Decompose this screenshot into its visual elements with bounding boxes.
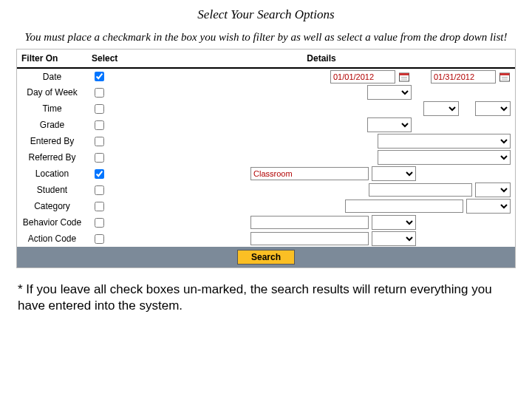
col-select: Select (87, 50, 128, 68)
input-category[interactable] (345, 200, 463, 213)
check-day-of-week[interactable] (95, 88, 104, 98)
label-time: Time (17, 100, 87, 117)
check-location[interactable] (95, 169, 104, 179)
select-referred-by[interactable] (378, 150, 511, 165)
check-student[interactable] (95, 185, 104, 195)
input-location[interactable] (250, 167, 369, 180)
label-location: Location (17, 166, 87, 182)
select-entered-by[interactable] (378, 134, 511, 149)
label-action-code: Action Code (17, 231, 87, 247)
label-entered-by: Entered By (17, 133, 87, 149)
filter-table: Filter On Select Details Date (17, 50, 515, 247)
search-bar: Search (17, 247, 515, 267)
col-details: Details (128, 50, 515, 68)
input-behavior-code[interactable] (250, 216, 369, 229)
check-grade[interactable] (95, 120, 104, 130)
check-behavior-code[interactable] (95, 218, 104, 228)
row-time: Time (17, 100, 515, 117)
row-action-code: Action Code (17, 231, 515, 247)
page-title: Select Your Search Options (15, 7, 517, 22)
select-action-code[interactable] (372, 231, 416, 246)
col-filter-on: Filter On (17, 50, 87, 68)
row-category: Category (17, 198, 515, 214)
row-referred-by: Referred By (17, 149, 515, 166)
label-day-of-week: Day of Week (17, 84, 87, 100)
select-category[interactable] (466, 199, 511, 214)
calendar-icon[interactable] (398, 71, 410, 83)
date-from-input[interactable] (330, 70, 395, 83)
check-action-code[interactable] (95, 234, 104, 244)
input-action-code[interactable] (250, 232, 369, 245)
filter-panel: Filter On Select Details Date (16, 49, 516, 268)
svg-rect-5 (500, 73, 510, 75)
select-behavior-code[interactable] (372, 215, 416, 230)
check-entered-by[interactable] (95, 137, 104, 146)
select-day-of-week[interactable] (367, 85, 412, 100)
select-location[interactable] (372, 166, 416, 181)
row-entered-by: Entered By (17, 133, 515, 149)
label-student: Student (17, 182, 87, 198)
check-referred-by[interactable] (95, 153, 104, 163)
calendar-icon[interactable] (499, 71, 511, 83)
search-button[interactable]: Search (237, 250, 295, 265)
label-category: Category (17, 198, 87, 214)
select-student[interactable] (475, 183, 511, 197)
check-date[interactable] (95, 72, 104, 81)
row-location: Location (17, 166, 515, 182)
select-time-to[interactable] (475, 101, 511, 116)
date-to-input[interactable] (431, 70, 496, 83)
check-time[interactable] (95, 104, 104, 114)
label-behavior-code: Behavior Code (17, 214, 87, 231)
label-referred-by: Referred By (17, 149, 87, 166)
row-day-of-week: Day of Week (17, 84, 515, 100)
svg-rect-1 (400, 73, 409, 75)
row-date: Date (17, 68, 515, 84)
label-date: Date (17, 68, 87, 84)
row-student: Student (17, 182, 515, 198)
row-behavior-code: Behavior Code (17, 214, 515, 231)
input-student[interactable] (369, 183, 472, 197)
footnote-text: * If you leave all check boxes un-marked… (18, 282, 514, 314)
page-subtitle: You must place a checkmark in the box yo… (15, 30, 517, 44)
check-category[interactable] (95, 202, 104, 211)
row-grade: Grade (17, 117, 515, 133)
select-grade[interactable] (367, 117, 412, 132)
select-time-from[interactable] (423, 101, 459, 116)
label-grade: Grade (17, 117, 87, 133)
